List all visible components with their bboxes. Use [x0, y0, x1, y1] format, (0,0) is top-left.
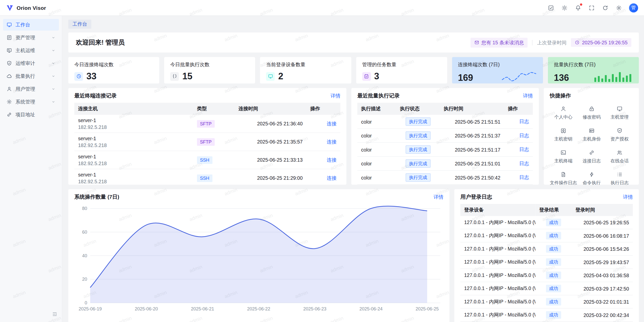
- stat-card-login-devices: 当前登录设备数量 2: [260, 57, 351, 84]
- monitor-icon: [7, 22, 12, 28]
- col-header-time: 连接时间: [235, 103, 306, 115]
- protocol-tag: SFTP: [197, 138, 215, 146]
- connect-link[interactable]: 连接: [327, 139, 337, 145]
- execution-description: color: [357, 129, 396, 143]
- table-row: color 执行完成 2025-06-25 21:51:37 日志: [357, 129, 533, 143]
- sidebar-item-system-mgmt[interactable]: 系统管理: [3, 96, 59, 108]
- execution-status-tag: 执行完成: [406, 131, 431, 140]
- quick-action-online-session[interactable]: 在线会话: [607, 150, 633, 164]
- svg-text:2025-06-24: 2025-06-24: [359, 306, 383, 311]
- quick-action-host-management[interactable]: 主机管理: [607, 106, 633, 121]
- chart-detail-link[interactable]: 详情: [434, 194, 444, 201]
- stat-label: 今日批量执行次数: [170, 61, 249, 68]
- execution-description: color: [357, 157, 396, 171]
- login-device: 127.0.0.1 - 内网IP - Mozilla/5.0 (Windows …: [460, 308, 536, 322]
- execution-status-tag: 执行完成: [406, 118, 431, 126]
- sidebar-item-assets[interactable]: 资产管理: [3, 32, 59, 44]
- log-link[interactable]: 日志: [519, 161, 529, 166]
- log-link[interactable]: 日志: [519, 147, 529, 152]
- sidebar-item-project-site[interactable]: 项目地址: [3, 109, 59, 121]
- chevron-down-icon: [51, 74, 56, 78]
- connect-link[interactable]: 连接: [327, 157, 337, 163]
- connect-link[interactable]: 连接: [327, 175, 337, 181]
- unread-messages-tag[interactable]: 您有 15 条未读消息: [470, 38, 528, 47]
- login-result-tag: 成功: [546, 219, 561, 226]
- quick-action-host-terminal[interactable]: 主机终端: [550, 150, 577, 164]
- terminal-sparkline-chart: [501, 69, 537, 83]
- quick-action-host-identity[interactable]: 主机身份: [579, 128, 605, 142]
- quick-action-connection-log[interactable]: 连接日志: [579, 150, 605, 164]
- stat-card-batch-today: 今日批量执行次数 15: [164, 57, 255, 84]
- stats-row: 今日连接终端次数 33 今日批量执行次数 15 当前登录设备数量 2: [68, 57, 639, 84]
- fullscreen-icon[interactable]: [588, 4, 595, 11]
- quick-action-personal-center[interactable]: 个人中心: [550, 106, 577, 121]
- sidebar-item-host-ops[interactable]: 主机运维: [3, 45, 59, 56]
- quick-action-host-key[interactable]: 主机密钥: [550, 128, 577, 142]
- log-link[interactable]: 日志: [519, 119, 529, 124]
- batch-executions-table: 执行描述 执行状态 执行时间 操作 color 执行完成 2025-06-25 …: [357, 103, 533, 185]
- batch-detail-link[interactable]: 详情: [523, 93, 533, 99]
- quick-action-change-password[interactable]: 修改密码: [579, 106, 605, 121]
- lock-icon: [589, 106, 595, 112]
- table-row: server-1 182.92.5.218 SFTP 2025-06-25 21…: [74, 133, 341, 151]
- lightning-icon: [589, 171, 595, 177]
- table-row: color 执行完成 2025-06-25 21:51:01 日志: [357, 157, 533, 171]
- batch-executions-card: 最近批量执行记录 详情 执行描述 执行状态 执行时间 操作: [351, 88, 539, 185]
- execution-time: 2025-06-25 21:51:17: [440, 142, 504, 157]
- sidebar-item-batch-exec[interactable]: 批量执行: [3, 70, 59, 82]
- link-icon: [589, 150, 595, 156]
- connect-link[interactable]: 连接: [327, 121, 337, 126]
- menu-item-label: 系统管理: [16, 98, 35, 105]
- quick-action-label: 资产授权: [611, 136, 629, 142]
- svg-text:2025-06-19: 2025-06-19: [78, 306, 102, 311]
- menu-item-label: 运维审计: [16, 60, 35, 67]
- log-link[interactable]: 日志: [519, 174, 529, 180]
- chevron-down-icon: [51, 100, 56, 104]
- login-time: 2025-06-25 19:26:55: [572, 216, 633, 229]
- quick-action-file-operation-log[interactable]: 文件操作日志: [550, 171, 577, 185]
- quick-action-execution-log[interactable]: 执行日志: [607, 171, 633, 185]
- login-detail-link[interactable]: 详情: [623, 194, 633, 201]
- quick-action-command-execution[interactable]: 命令执行: [579, 171, 605, 185]
- refresh-icon[interactable]: [602, 4, 609, 11]
- quick-action-label: 在线会话: [611, 158, 629, 164]
- svg-text:2025-06-20: 2025-06-20: [135, 306, 158, 311]
- sidebar-item-workbench[interactable]: 工作台: [3, 19, 59, 31]
- table-row: 127.0.0.1 - 内网IP - Mozilla/5.0 (Windows …: [460, 216, 633, 229]
- stat-value: 136: [554, 73, 569, 83]
- login-time: 2025-03-22 01:01:31: [572, 295, 633, 308]
- notifications-bell-icon[interactable]: [575, 4, 582, 11]
- last-login-time-tag: 2025-06-25 19:26:55: [571, 38, 631, 47]
- user-avatar[interactable]: 管: [629, 3, 638, 12]
- sidebar-item-audit[interactable]: 运维审计: [3, 57, 59, 69]
- login-result-tag: 成功: [546, 272, 561, 279]
- host-name: server-1: [78, 118, 190, 123]
- stat-label: 今日连接终端次数: [74, 61, 153, 68]
- table-row: 127.0.0.1 - 内网IP - Mozilla/5.0 (Windows …: [460, 256, 633, 269]
- col-header-type: 类型: [193, 103, 235, 115]
- log-link[interactable]: 日志: [519, 133, 529, 138]
- quick-action-label: 修改密码: [583, 114, 601, 121]
- panel-title: 系统操作数量 (7日): [74, 194, 119, 201]
- execution-time: 2025-06-25 21:50:42: [440, 170, 504, 185]
- quick-action-label: 执行日志: [611, 180, 629, 185]
- cloud-icon: [7, 73, 12, 79]
- monitor-icon: [617, 106, 623, 112]
- idcard-icon: [589, 128, 595, 134]
- listcheck-icon: [617, 171, 623, 177]
- stat-label: 批量执行次数 (7日): [554, 61, 633, 68]
- login-result-tag: 成功: [546, 311, 561, 319]
- sidebar-collapse-button[interactable]: [52, 312, 57, 318]
- terminal-detail-link[interactable]: 详情: [331, 93, 340, 99]
- login-time: 2025-03-29 17:42:50: [572, 282, 633, 295]
- file-icon: [560, 171, 567, 177]
- sidebar-item-user-mgmt[interactable]: 用户管理: [3, 83, 59, 95]
- login-device: 127.0.0.1 - 内网IP - Mozilla/5.0 (Windows …: [460, 256, 536, 269]
- quick-action-asset-authorization[interactable]: 资产授权: [607, 128, 633, 142]
- batch-table-body: color 执行完成 2025-06-25 21:51:51 日志 color …: [357, 115, 533, 185]
- login-result-tag: 成功: [546, 245, 561, 253]
- doc-check-icon[interactable]: [548, 4, 554, 11]
- settings-gear-icon[interactable]: [616, 4, 622, 11]
- breadcrumb[interactable]: 工作台: [68, 20, 92, 29]
- theme-toggle-sun-icon[interactable]: [561, 4, 568, 11]
